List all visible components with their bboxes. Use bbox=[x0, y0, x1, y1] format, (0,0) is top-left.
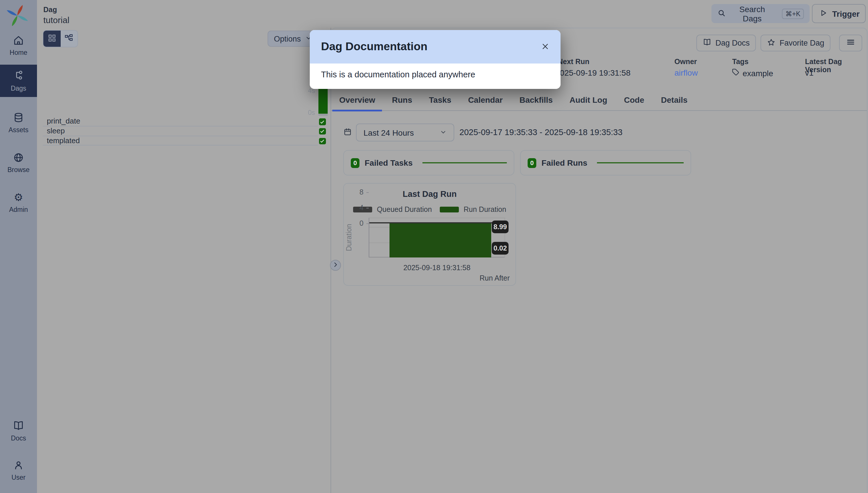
sidebar-item-home[interactable]: Home bbox=[0, 35, 37, 56]
check-icon bbox=[320, 136, 325, 146]
task-success-square[interactable] bbox=[319, 119, 326, 125]
sidebar-item-label: Browse bbox=[7, 166, 30, 173]
breadcrumb: Dag bbox=[43, 6, 57, 14]
view-toggle bbox=[43, 30, 78, 47]
search-dags-button[interactable]: Search Dags ⌘+K bbox=[711, 4, 810, 23]
tab-code[interactable]: Code bbox=[617, 95, 651, 111]
tab-backfills[interactable]: Backfills bbox=[512, 95, 560, 111]
book-icon bbox=[13, 420, 24, 432]
sidebar-item-user[interactable]: User bbox=[0, 459, 37, 481]
check-icon bbox=[320, 116, 325, 127]
time-range-select[interactable]: Last 24 Hours bbox=[356, 124, 454, 142]
book-icon bbox=[703, 38, 711, 48]
legend-label-queued[interactable]: Queued Duration bbox=[377, 206, 432, 214]
hamburger-icon bbox=[846, 38, 855, 48]
task-name: sleep bbox=[47, 126, 65, 135]
favorite-dag-label: Favorite Dag bbox=[780, 39, 824, 47]
failed-tasks-sparkline bbox=[422, 162, 507, 164]
tab-bar: Overview Runs Tasks Calendar Backfills A… bbox=[332, 95, 694, 111]
options-button[interactable]: Options bbox=[267, 30, 315, 47]
airflow-logo[interactable] bbox=[5, 3, 29, 28]
legend-label-run[interactable]: Run Duration bbox=[464, 206, 506, 214]
sidebar-item-label: Home bbox=[9, 49, 27, 56]
sidebar-item-label: Assets bbox=[8, 126, 28, 133]
tab-audit-log[interactable]: Audit Log bbox=[563, 95, 614, 111]
next-run-label: Next Run bbox=[558, 58, 589, 66]
time-range-selected: Last 24 Hours bbox=[363, 128, 414, 137]
tab-overview[interactable]: Overview bbox=[332, 95, 382, 111]
modal-title: Dag Documentation bbox=[321, 40, 427, 53]
y-tick-4: 4 bbox=[354, 204, 363, 212]
failed-runs-card[interactable]: 0 Failed Runs bbox=[520, 150, 691, 175]
graph-view-button[interactable] bbox=[60, 30, 77, 47]
run-duration-bar-series[interactable] bbox=[389, 223, 491, 258]
modal-header: Dag Documentation bbox=[309, 30, 560, 63]
latest-dag-version-value: v1 bbox=[805, 68, 814, 77]
x-tick-label: 2025-09-18 19:31:58 bbox=[369, 264, 505, 272]
star-icon bbox=[767, 38, 775, 48]
failed-runs-label: Failed Runs bbox=[542, 158, 587, 167]
search-icon bbox=[717, 8, 726, 19]
user-icon bbox=[13, 459, 24, 471]
task-success-square[interactable] bbox=[319, 128, 326, 134]
task-row[interactable]: print_date bbox=[43, 116, 318, 126]
duration-axis-tick: 0s bbox=[300, 109, 315, 116]
task-success-square[interactable] bbox=[319, 138, 326, 144]
sidebar-item-dags[interactable]: Dags bbox=[0, 65, 37, 97]
sidebar-item-browse[interactable]: Browse bbox=[0, 152, 37, 173]
tab-calendar[interactable]: Calendar bbox=[461, 95, 510, 111]
sidebar-item-assets[interactable]: Assets bbox=[0, 112, 37, 133]
graph-icon bbox=[64, 33, 74, 44]
search-shortcut: ⌘+K bbox=[782, 8, 804, 19]
sidebar-item-label: Admin bbox=[9, 206, 28, 213]
page-title: tutorial bbox=[43, 15, 69, 25]
failed-tasks-card[interactable]: 0 Failed Tasks bbox=[343, 150, 514, 175]
task-row[interactable]: sleep bbox=[43, 126, 318, 136]
sidebar-item-docs[interactable]: Docs bbox=[0, 420, 37, 442]
duration-axis-line bbox=[318, 114, 328, 115]
sidebar-item-admin[interactable]: ⚙ Admin bbox=[0, 192, 37, 213]
home-icon bbox=[13, 35, 24, 46]
trigger-button[interactable]: Trigger bbox=[812, 4, 866, 23]
tags-value: example bbox=[732, 68, 773, 78]
tab-tasks[interactable]: Tasks bbox=[422, 95, 458, 111]
queued-duration-value-badge: 0.02 bbox=[492, 242, 508, 255]
tags-label: Tags bbox=[732, 58, 749, 66]
favorite-dag-button[interactable]: Favorite Dag bbox=[761, 35, 831, 51]
task-row[interactable]: templated bbox=[43, 136, 318, 146]
trigger-label: Trigger bbox=[832, 9, 860, 18]
owner-value-link[interactable]: airflow bbox=[674, 68, 698, 77]
gear-icon: ⚙ bbox=[14, 192, 23, 203]
sidebar: Home Dags Assets bbox=[0, 0, 37, 493]
dag-docs-label: Dag Docs bbox=[715, 39, 750, 47]
app-root: Home Dags Assets bbox=[0, 0, 868, 493]
task-list: print_date sleep templated bbox=[43, 116, 318, 146]
run-duration-value-badge: 8.99 bbox=[492, 220, 508, 233]
task-name: templated bbox=[47, 136, 80, 145]
queued-duration-bar-series[interactable] bbox=[369, 222, 505, 223]
y-tickmark bbox=[366, 208, 369, 208]
chevron-down-icon bbox=[440, 128, 447, 137]
chart-legend: Queued Duration Run Duration bbox=[344, 206, 516, 214]
dag-actions-menu-button[interactable] bbox=[839, 35, 862, 51]
tag-name[interactable]: example bbox=[743, 68, 773, 78]
database-icon bbox=[13, 112, 24, 124]
dag-icon bbox=[13, 70, 24, 82]
check-icon bbox=[320, 126, 325, 136]
legend-swatch-run[interactable] bbox=[440, 207, 459, 212]
owner-label: Owner bbox=[674, 58, 697, 66]
chart-title: Last Dag Run bbox=[344, 189, 516, 198]
tag-icon bbox=[732, 68, 740, 78]
x-axis-title: Run After bbox=[480, 274, 510, 282]
grid-view-button[interactable] bbox=[43, 30, 60, 47]
next-run-value: 2025-09-19 19:31:58 bbox=[556, 68, 630, 77]
close-icon[interactable] bbox=[538, 39, 553, 54]
tab-details[interactable]: Details bbox=[654, 95, 694, 111]
chart-plot-area bbox=[369, 218, 505, 257]
failed-runs-count: 0 bbox=[528, 158, 536, 168]
dag-docs-button[interactable]: Dag Docs bbox=[697, 35, 756, 51]
failed-tasks-label: Failed Tasks bbox=[365, 158, 412, 167]
search-label: Search Dags bbox=[730, 4, 774, 23]
tab-runs[interactable]: Runs bbox=[385, 95, 419, 111]
play-icon bbox=[819, 8, 828, 19]
